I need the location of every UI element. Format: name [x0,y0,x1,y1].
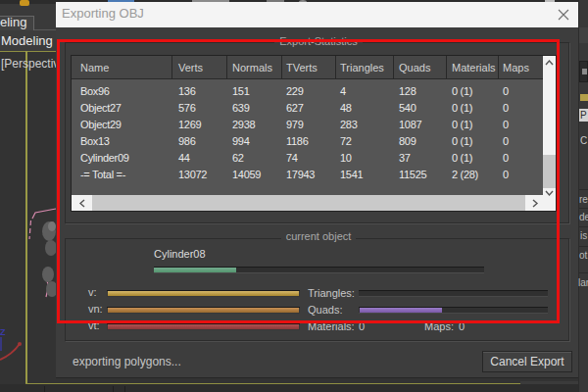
svg-text:Z: Z [0,327,6,337]
